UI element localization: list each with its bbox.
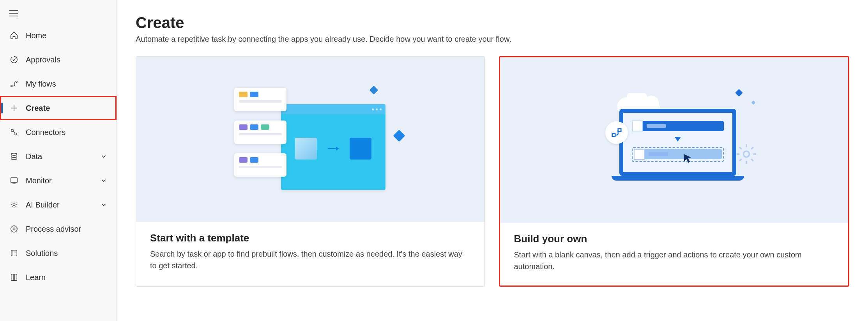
svg-point-4 — [16, 81, 18, 83]
svg-point-8 — [15, 133, 17, 135]
card-description: Start with a blank canvas, then add a tr… — [514, 249, 834, 272]
sidebar-item-connectors[interactable]: Connectors — [0, 120, 117, 144]
sidebar-item-create[interactable]: Create — [0, 96, 117, 120]
svg-point-9 — [11, 153, 17, 156]
cursor-icon — [682, 153, 693, 164]
svg-rect-17 — [612, 134, 615, 137]
sidebar-item-label: AI Builder — [26, 200, 93, 209]
svg-point-13 — [13, 228, 15, 230]
ai-icon — [9, 200, 19, 209]
main-content: Create Automate a repetitive task by con… — [117, 0, 868, 321]
sidebar-item-approvals[interactable]: Approvals — [0, 48, 117, 72]
page-subtitle: Automate a repetitive task by connecting… — [136, 35, 849, 44]
sidebar-item-process-advisor[interactable]: Process advisor — [0, 217, 117, 241]
card-body: Start with a template Search by task or … — [136, 222, 484, 285]
card-body: Build your own Start with a blank canvas… — [500, 223, 849, 286]
sidebar-item-monitor[interactable]: Monitor — [0, 168, 117, 193]
sidebar-item-label: Data — [26, 152, 93, 161]
flow-icon — [9, 79, 19, 89]
sidebar-item-label: Learn — [26, 273, 107, 282]
card-title: Build your own — [514, 233, 834, 245]
sidebar-item-my-flows[interactable]: My flows — [0, 72, 117, 96]
sidebar-item-label: Monitor — [26, 176, 93, 185]
card-build-your-own[interactable]: Build your own Start with a blank canvas… — [499, 56, 850, 287]
svg-rect-10 — [11, 178, 18, 183]
card-hero-illustration — [136, 57, 484, 222]
approvals-icon — [9, 55, 19, 64]
card-start-with-template[interactable]: Start with a template Search by task or … — [136, 56, 485, 287]
svg-point-7 — [11, 129, 14, 132]
sidebar-item-label: Connectors — [26, 128, 107, 137]
svg-point-11 — [13, 204, 15, 206]
svg-rect-14 — [11, 250, 17, 256]
sidebar-item-label: Solutions — [26, 249, 107, 258]
sidebar-item-home[interactable]: Home — [0, 23, 117, 48]
sidebar: Home Approvals My flows Create Connector… — [0, 0, 117, 321]
plus-icon — [9, 103, 19, 113]
sidebar-item-label: Home — [26, 31, 107, 40]
sidebar-item-learn[interactable]: Learn — [0, 265, 117, 289]
sidebar-item-label: Create — [26, 104, 106, 113]
home-icon — [9, 31, 19, 40]
card-title: Start with a template — [150, 232, 470, 244]
data-icon — [9, 152, 19, 161]
chevron-down-icon — [100, 177, 107, 184]
sidebar-item-label: Process advisor — [26, 225, 107, 234]
card-hero-illustration — [500, 57, 849, 223]
monitor-icon — [9, 176, 19, 185]
card-description: Search by task or app to find prebuilt f… — [150, 248, 470, 271]
process-icon — [9, 224, 19, 234]
card-row: Start with a template Search by task or … — [136, 56, 849, 287]
svg-point-3 — [11, 85, 12, 87]
sidebar-item-data[interactable]: Data — [0, 144, 117, 168]
hamburger-button[interactable] — [0, 3, 117, 23]
sidebar-item-label: My flows — [26, 80, 107, 89]
book-icon — [9, 273, 19, 282]
sidebar-item-solutions[interactable]: Solutions — [0, 241, 117, 265]
connectors-icon — [9, 128, 19, 137]
svg-point-19 — [744, 151, 750, 157]
page-title: Create — [136, 14, 849, 32]
hamburger-icon — [9, 10, 18, 17]
branch-icon — [605, 121, 628, 144]
chevron-down-icon — [100, 201, 107, 208]
sidebar-item-ai-builder[interactable]: AI Builder — [0, 193, 117, 217]
chevron-down-icon — [100, 153, 107, 160]
gear-icon — [735, 142, 758, 166]
solutions-icon — [9, 248, 19, 258]
sidebar-item-label: Approvals — [26, 55, 107, 64]
